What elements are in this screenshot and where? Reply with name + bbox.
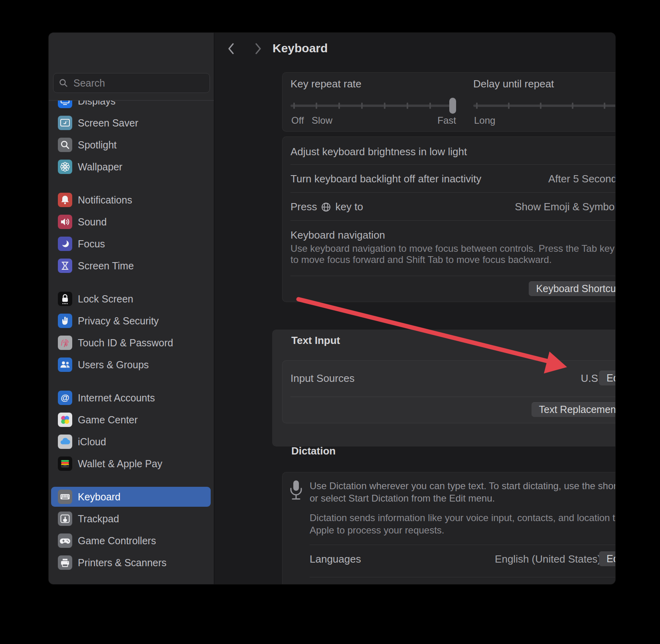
svg-text:@: @ bbox=[61, 393, 69, 403]
people-icon bbox=[58, 358, 72, 372]
text-replacements-button[interactable]: Text Replacements... bbox=[532, 402, 615, 417]
slider-handle[interactable] bbox=[449, 98, 456, 114]
dictation-section-title: Dictation bbox=[291, 445, 336, 457]
flower-icon bbox=[58, 160, 72, 174]
sidebar-item-wallpaper[interactable]: Wallpaper bbox=[51, 157, 211, 177]
sidebar-item-label: Game Center bbox=[78, 414, 138, 426]
slider-label-slow: Slow bbox=[312, 115, 332, 126]
cloud-icon bbox=[58, 435, 72, 449]
sidebar: DisplaysScreen SaverSpotlightWallpaperNo… bbox=[49, 33, 214, 584]
moon-icon bbox=[58, 237, 72, 251]
slider-label-off: Off bbox=[291, 115, 304, 126]
slider-tick bbox=[338, 103, 340, 109]
divider bbox=[290, 220, 615, 221]
lock-icon bbox=[58, 292, 72, 306]
divider bbox=[310, 577, 615, 577]
input-sources-edit-button[interactable]: Edit... bbox=[599, 371, 615, 385]
dictation-card: Use Dictation wherever you can type text… bbox=[282, 472, 615, 584]
screensaver-icon bbox=[58, 116, 72, 130]
chevron-left-icon bbox=[227, 42, 235, 55]
sidebar-item-label: Screen Saver bbox=[78, 117, 138, 129]
dictation-desc-line2: or select Start Dictation from the Edit … bbox=[310, 493, 495, 504]
sidebar-item-notifications[interactable]: Notifications bbox=[51, 190, 211, 210]
sidebar-item-label: iCloud bbox=[78, 436, 106, 448]
slider-tick bbox=[540, 103, 541, 109]
sidebar-item-users-groups[interactable]: Users & Groups bbox=[51, 355, 211, 375]
delay-until-repeat-label: Delay until repeat bbox=[473, 78, 554, 90]
languages-value: English (United States) bbox=[495, 553, 601, 565]
slider-tick bbox=[604, 103, 605, 109]
sidebar-item-game-center[interactable]: Game Center bbox=[51, 410, 211, 430]
delay-until-repeat-slider[interactable] bbox=[473, 98, 615, 114]
system-settings-window: DisplaysScreen SaverSpotlightWallpaperNo… bbox=[49, 33, 615, 584]
search-input[interactable] bbox=[73, 77, 204, 89]
sidebar-item-trackpad[interactable]: Trackpad bbox=[51, 509, 211, 529]
sidebar-item-label: Screen Time bbox=[78, 260, 134, 272]
keyboard-shortcuts-button[interactable]: Keyboard Shortcuts... bbox=[529, 281, 615, 296]
globe-key-value: Show Emoji & Symbols bbox=[515, 201, 615, 213]
sidebar-item-printers-scanners[interactable]: Printers & Scanners bbox=[51, 553, 211, 573]
back-button[interactable] bbox=[223, 41, 239, 57]
sidebar-item-list: DisplaysScreen SaverSpotlightWallpaperNo… bbox=[49, 101, 213, 584]
sidebar-item-label: Users & Groups bbox=[78, 359, 149, 371]
fingerprint-icon bbox=[58, 336, 72, 350]
sidebar-item-spotlight[interactable]: Spotlight bbox=[51, 135, 211, 155]
sidebar-item-displays[interactable]: Displays bbox=[51, 101, 211, 111]
sidebar-item-label: Keyboard bbox=[78, 491, 121, 503]
forward-button[interactable] bbox=[251, 41, 266, 57]
sidebar-item-label: Trackpad bbox=[78, 513, 119, 525]
slider-tick bbox=[429, 103, 431, 109]
languages-edit-button[interactable]: Edit... bbox=[599, 551, 615, 566]
at-icon: @ bbox=[58, 391, 72, 405]
dictation-privacy-line1: Dictation sends information like your vo… bbox=[310, 512, 615, 523]
sidebar-item-wallet[interactable]: Wallet & Apple Pay bbox=[51, 454, 211, 474]
sidebar-item-label: Privacy & Security bbox=[78, 315, 159, 327]
brightness-low-light-label: Adjust keyboard brightness in low light bbox=[290, 146, 467, 158]
backlight-off-label: Turn keyboard backlight off after inacti… bbox=[290, 173, 481, 185]
display-icon bbox=[58, 101, 72, 108]
chevron-right-icon bbox=[255, 42, 262, 55]
key-repeat-rate-slider[interactable] bbox=[290, 98, 456, 114]
backlight-off-value: After 5 Seconds bbox=[548, 173, 615, 185]
screenshot-canvas: DisplaysScreen SaverSpotlightWallpaperNo… bbox=[0, 0, 660, 644]
trackpad-icon bbox=[58, 512, 72, 526]
sidebar-item-touch-id[interactable]: Touch ID & Password bbox=[51, 333, 211, 353]
slider-label-long: Long bbox=[474, 115, 495, 126]
keyboard-icon bbox=[58, 490, 72, 504]
sidebar-item-focus[interactable]: Focus bbox=[51, 234, 211, 254]
sidebar-item-icloud[interactable]: iCloud bbox=[51, 432, 211, 452]
input-sources-label: Input Sources bbox=[290, 372, 354, 385]
sidebar-item-label: Printers & Scanners bbox=[78, 557, 166, 569]
divider bbox=[310, 545, 615, 545]
hand-icon bbox=[58, 314, 72, 328]
slider-label-fast: Fast bbox=[437, 115, 456, 126]
printer-icon bbox=[58, 555, 72, 570]
speaker-icon bbox=[58, 215, 72, 229]
sidebar-item-label: Notifications bbox=[78, 194, 132, 206]
sidebar-item-game-controllers[interactable]: Game Controllers bbox=[51, 531, 211, 551]
sidebar-item-lock-screen[interactable]: Lock Screen bbox=[51, 289, 211, 309]
key-repeat-rate-label: Key repeat rate bbox=[290, 78, 362, 90]
wallet-icon bbox=[58, 456, 72, 471]
sidebar-item-label: Displays bbox=[78, 101, 115, 107]
bubbles-icon bbox=[58, 413, 72, 427]
sidebar-item-label: Wallet & Apple Pay bbox=[78, 458, 162, 470]
sidebar-item-internet-accounts[interactable]: @Internet Accounts bbox=[51, 388, 211, 408]
sidebar-item-keyboard[interactable]: Keyboard bbox=[51, 487, 211, 507]
slider-tick bbox=[407, 103, 408, 109]
sidebar-item-label: Wallpaper bbox=[78, 161, 123, 173]
divider bbox=[290, 192, 615, 193]
sidebar-item-label: Sound bbox=[78, 216, 107, 228]
bell-icon bbox=[58, 193, 72, 207]
globe-icon bbox=[321, 202, 331, 212]
sidebar-item-privacy-security[interactable]: Privacy & Security bbox=[51, 311, 211, 331]
keyboard-navigation-label: Keyboard navigation bbox=[290, 229, 385, 241]
sidebar-item-screen-saver[interactable]: Screen Saver bbox=[51, 113, 211, 133]
sidebar-item-label: Touch ID & Password bbox=[78, 337, 173, 349]
sidebar-item-screen-time[interactable]: Screen Time bbox=[51, 256, 211, 276]
sidebar-item-sound[interactable]: Sound bbox=[51, 212, 211, 232]
sidebar-item-label: Focus bbox=[78, 238, 105, 250]
languages-label: Languages bbox=[310, 553, 361, 565]
search-field[interactable] bbox=[53, 73, 210, 93]
slider-track bbox=[290, 105, 456, 107]
